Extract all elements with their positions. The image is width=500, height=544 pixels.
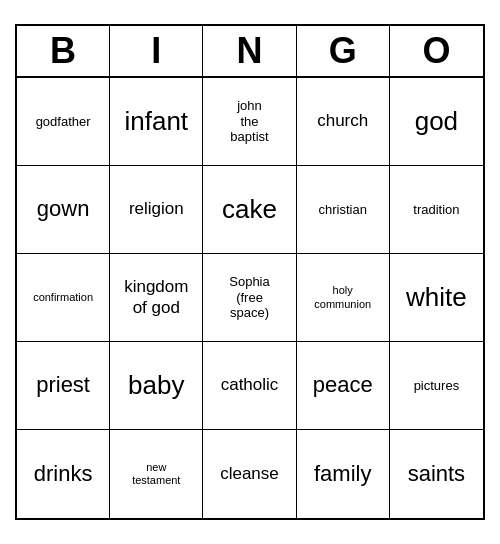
cell-text: tradition <box>413 202 459 218</box>
bingo-cell: gown <box>17 166 110 254</box>
cell-text: religion <box>129 199 184 219</box>
bingo-cell: infant <box>110 78 203 166</box>
cell-text: priest <box>36 372 90 398</box>
bingo-card: BINGO godfatherinfantjohn the baptistchu… <box>15 24 485 520</box>
bingo-cell: church <box>297 78 390 166</box>
cell-text: godfather <box>36 114 91 130</box>
bingo-cell: saints <box>390 430 483 518</box>
cell-text: pictures <box>414 378 460 394</box>
bingo-cell: white <box>390 254 483 342</box>
cell-text: white <box>406 282 467 313</box>
cell-text: gown <box>37 196 90 222</box>
cell-text: cleanse <box>220 464 279 484</box>
bingo-cell: john the baptist <box>203 78 296 166</box>
header-letter: B <box>17 26 110 76</box>
bingo-grid: godfatherinfantjohn the baptistchurchgod… <box>17 78 483 518</box>
bingo-cell: family <box>297 430 390 518</box>
cell-text: holy communion <box>314 284 371 310</box>
cell-text: cake <box>222 194 277 225</box>
cell-text: drinks <box>34 461 93 487</box>
cell-text: baby <box>128 370 184 401</box>
bingo-cell: christian <box>297 166 390 254</box>
cell-text: christian <box>318 202 366 218</box>
cell-text: church <box>317 111 368 131</box>
bingo-cell: Sophia (free space) <box>203 254 296 342</box>
bingo-cell: priest <box>17 342 110 430</box>
cell-text: new testament <box>132 461 180 487</box>
cell-text: peace <box>313 372 373 398</box>
cell-text: saints <box>408 461 465 487</box>
bingo-cell: god <box>390 78 483 166</box>
bingo-cell: religion <box>110 166 203 254</box>
bingo-cell: tradition <box>390 166 483 254</box>
bingo-cell: new testament <box>110 430 203 518</box>
header-letter: I <box>110 26 203 76</box>
bingo-cell: cleanse <box>203 430 296 518</box>
cell-text: john the baptist <box>230 98 268 145</box>
bingo-cell: cake <box>203 166 296 254</box>
cell-text: kingdom of god <box>124 277 188 318</box>
header-letter: O <box>390 26 483 76</box>
cell-text: Sophia (free space) <box>229 274 269 321</box>
bingo-cell: drinks <box>17 430 110 518</box>
bingo-cell: pictures <box>390 342 483 430</box>
bingo-cell: confirmation <box>17 254 110 342</box>
bingo-cell: baby <box>110 342 203 430</box>
header-letter: N <box>203 26 296 76</box>
cell-text: god <box>415 106 458 137</box>
cell-text: family <box>314 461 371 487</box>
cell-text: infant <box>124 106 188 137</box>
bingo-cell: holy communion <box>297 254 390 342</box>
cell-text: catholic <box>221 375 279 395</box>
bingo-cell: godfather <box>17 78 110 166</box>
header-letter: G <box>297 26 390 76</box>
bingo-cell: peace <box>297 342 390 430</box>
bingo-header: BINGO <box>17 26 483 78</box>
cell-text: confirmation <box>33 291 93 304</box>
bingo-cell: catholic <box>203 342 296 430</box>
bingo-cell: kingdom of god <box>110 254 203 342</box>
